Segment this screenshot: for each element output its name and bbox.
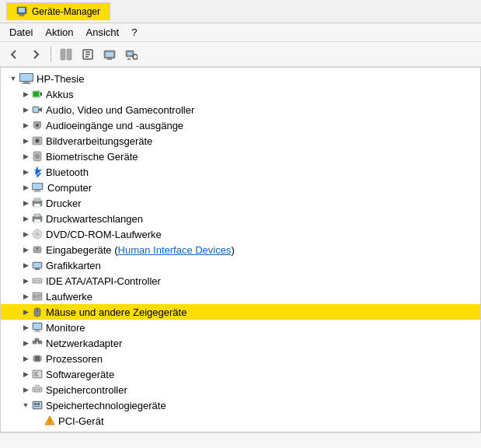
tree-item-drucker[interactable]: Drucker [1,195,480,211]
menu-help[interactable]: ? [125,25,143,40]
bildverarbeitung-expander[interactable] [19,135,32,147]
druckwarteschlangen-expander[interactable] [19,212,32,225]
svg-rect-15 [127,58,131,60]
toolbar [0,42,481,67]
svg-point-29 [36,124,39,127]
bluetooth-expander[interactable] [19,166,32,178]
svg-rect-45 [34,198,40,201]
tree-item-speichertechnologie[interactable]: Speichertechnologiegeräte [1,397,480,413]
grafik-icon [32,260,43,271]
tree-item-laufwerke[interactable]: Laufwerke [1,289,480,304]
properties-button[interactable] [78,45,97,64]
window-tab: Geräte-Manager [6,2,110,20]
svg-rect-76 [36,330,39,331]
title-icon [16,6,27,17]
drucker-expander[interactable] [19,197,32,209]
svg-rect-14 [127,52,132,55]
tree-item-monitore[interactable]: Monitore [1,320,480,335]
akkus-expander[interactable] [19,88,32,100]
svg-point-30 [33,121,35,123]
device-tree: HP-Thesie Akkus Audio, Video und Gamecon… [1,68,480,432]
tree-root[interactable]: HP-Thesie [1,71,480,86]
toolbar-separator-1 [51,47,51,62]
audio-expander[interactable] [19,103,32,116]
svg-rect-2 [19,14,24,16]
maeuse-expander[interactable] [19,306,32,318]
biometrie-label: Biometrische Geräte [46,151,138,163]
tree-item-dvd[interactable]: DVD/CD-ROM-Laufwerke [1,226,480,242]
menu-ansicht[interactable]: Ansicht [80,25,126,40]
tree-item-speichercontroller[interactable]: Speichercontroller [1,382,480,397]
eingabegeraete-label: Eingabegeräte (Human Interface Devices) [46,244,235,256]
speichercontroller-label: Speichercontroller [46,384,127,396]
svg-point-73 [37,310,38,311]
menu-datei[interactable]: Datei [3,25,39,40]
forward-icon [30,49,41,60]
biometrie-expander[interactable] [19,150,32,163]
dvd-icon [32,229,43,240]
prozessoren-expander[interactable] [19,352,32,365]
tree-item-grafik[interactable]: Grafikkarten [1,257,480,273]
svg-rect-19 [20,74,33,81]
tree-item-audioports[interactable]: Audioeingänge und -ausgänge [1,117,480,133]
speichertechnologie-label: Speichertechnologiegeräte [46,400,166,411]
svg-rect-69 [37,295,41,296]
tree-item-audio[interactable]: Audio, Video und Gamecontroller [1,102,480,117]
tree-item-prozessoren[interactable]: Prozessoren [1,351,480,366]
tree-item-akkus[interactable]: Akkus [1,86,480,102]
netzwerk-icon [32,338,43,348]
prozessoren-label: Prozessoren [46,353,103,365]
tree-item-ide[interactable]: IDE ATA/ATAPI-Controller [1,273,480,289]
audioports-expander[interactable] [19,119,32,131]
show-hide-button[interactable] [57,45,75,64]
tree-item-netzwerk[interactable]: Netzwerkadapter [1,335,480,351]
svg-rect-65 [39,280,40,282]
svg-rect-43 [33,191,41,191]
back-button[interactable] [5,45,23,64]
netzwerk-expander[interactable] [19,337,32,349]
ide-expander[interactable] [19,275,32,287]
root-expander[interactable] [7,72,19,85]
tree-item-software[interactable]: Softwaregeräte [1,366,480,382]
tree-item-eingabegeraete[interactable]: Eingabegeräte (Human Interface Devices) [1,242,480,257]
mouse-icon [32,306,43,317]
bluetooth-label: Bluetooth [46,166,89,178]
eingabegeraete-expander[interactable] [19,243,32,256]
grafik-expander[interactable] [19,259,32,271]
computer-icon [19,73,33,84]
svg-rect-23 [40,93,42,96]
eingabegeraete-icon [32,244,43,255]
tree-item-biometrie[interactable]: Biometrische Geräte [1,149,480,164]
svg-rect-100 [39,389,40,390]
computer-expander[interactable] [19,181,32,194]
tree-item-maeuse[interactable]: Mäuse und andere Zeigegeräte [1,304,480,320]
tree-item-bildverarbeitung[interactable]: Bildverarbeitungsgeräte [1,133,480,149]
audio-label: Audio, Video und Gamecontroller [46,104,194,116]
drucker-label: Drucker [46,198,82,209]
tree-item-bluetooth[interactable]: Bluetooth [1,164,480,180]
update-driver-button[interactable] [100,45,119,64]
properties-icon [82,48,94,61]
menu-aktion[interactable]: Aktion [39,25,79,40]
speichercontroller-expander[interactable] [19,383,32,396]
laufwerke-expander[interactable] [19,290,32,303]
update-icon [103,48,116,61]
svg-rect-99 [37,389,38,390]
main-content[interactable]: HP-Thesie Akkus Audio, Video und Gamecon… [0,67,481,432]
speichertechnologie-expander[interactable] [19,399,32,411]
svg-rect-84 [35,356,40,361]
scan-button[interactable] [122,45,141,64]
svg-rect-75 [33,324,41,329]
forward-button[interactable] [26,45,45,64]
tree-item-druckwarteschlangen[interactable]: Druckwarteschlangen [1,211,480,226]
svg-rect-60 [35,268,40,270]
tree-item-computer[interactable]: Computer [1,180,480,195]
battery-icon [32,89,43,100]
dvd-label: DVD/CD-ROM-Laufwerke [46,229,162,240]
dvd-expander[interactable] [19,228,32,240]
tree-item-pci[interactable]: PCI-Gerät [1,413,480,429]
druckwarteschlangen-label: Druckwarteschlangen [46,213,143,225]
software-expander[interactable] [19,368,32,380]
monitore-expander[interactable] [19,321,32,334]
svg-point-31 [40,121,41,123]
